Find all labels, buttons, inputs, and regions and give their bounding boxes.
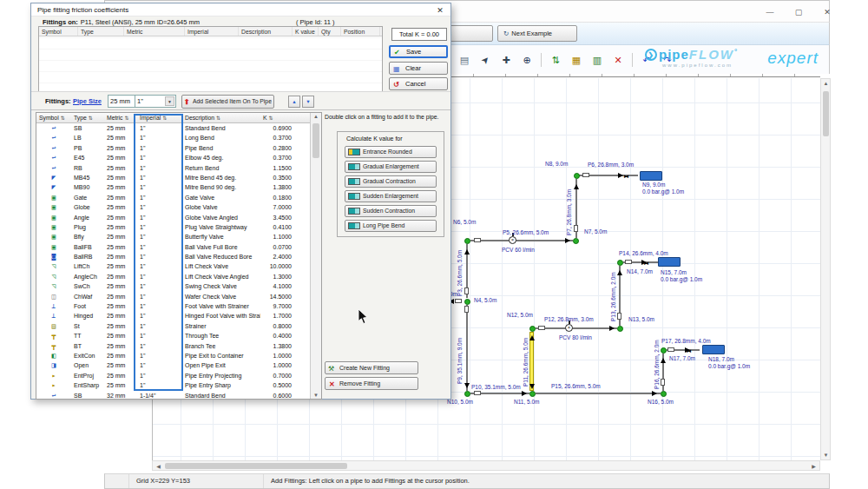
components-icon[interactable]: ▦	[569, 52, 584, 68]
tank-N18[interactable]	[702, 345, 725, 354]
node-N8[interactable]	[574, 173, 580, 179]
fitting-row[interactable]: ↩SB32 mm1-1/4"Standard Bend0.6000	[36, 391, 321, 400]
fitting-row[interactable]: ┳TT25 mm1"Through Tee0.4000	[36, 331, 321, 340]
node-N10[interactable]	[464, 391, 470, 397]
arrange-nodes-icon[interactable]: ⇅	[548, 52, 563, 68]
vertical-scrollbar[interactable]: ▲ ▼	[820, 78, 831, 460]
pointer-icon[interactable]: ➤	[474, 49, 496, 70]
fitting-row[interactable]: ⊥Foot25 mm1"Foot Valve with Strainer9.70…	[36, 301, 321, 311]
sort-icon[interactable]: ⇅	[162, 116, 167, 121]
gradual-contraction-button[interactable]: Gradual Contraction	[345, 175, 437, 188]
fitting-row[interactable]: ▣Gate25 mm1"Gate Valve0.1800	[36, 193, 321, 202]
next-example-button[interactable]: ↻Next Example	[497, 25, 577, 42]
fitting-row[interactable]: ◹AngleCh25 mm1"Lift Check Valve Angled1.…	[36, 272, 321, 281]
pan-icon[interactable]: ✚	[498, 52, 514, 68]
fit-col-k[interactable]: K⇅	[260, 113, 304, 122]
node-N11[interactable]	[529, 391, 536, 397]
pcv-valve-icon[interactable]: ×	[565, 324, 573, 332]
fitting-row[interactable]: ↩LB25 mm1"Long Bend0.3700	[36, 133, 321, 142]
fitting-row[interactable]: ▣Plug25 mm1"Plug Valve Straightway0.4100	[36, 222, 321, 232]
pipe-P9[interactable]	[466, 305, 468, 391]
fittings-table-scrollbar[interactable]: ▲ ▼	[310, 113, 321, 399]
sudden-enlargement-button[interactable]: Sudden Enlargement	[345, 190, 437, 202]
node-N17[interactable]	[661, 347, 667, 354]
fit-col-metric[interactable]: Metric⇅	[104, 113, 137, 122]
sel-col-type[interactable]: Type	[78, 27, 124, 36]
scroll-down-arrow[interactable]: ▼	[821, 453, 831, 458]
fitting-row[interactable]: ▸EntProj25 mm1"Pipe Entry Projecting0.70…	[36, 371, 321, 380]
fitting-row[interactable]: ▸EntSharp25 mm1"Pipe Entry Sharp0.5000	[36, 380, 321, 390]
fitting-row[interactable]: ▣Bfly25 mm1"Butterfly Valve1.1000	[36, 232, 321, 241]
sort-icon[interactable]: ⇅	[125, 116, 129, 121]
node-N14[interactable]	[617, 260, 623, 266]
fitting-row[interactable]: ▣BallFB25 mm1"Ball Valve Full Bore0.0700	[36, 242, 321, 252]
entrance-rounded-button[interactable]: Entrance Rounded	[345, 146, 437, 158]
vscroll-thumb[interactable]	[823, 91, 829, 136]
fitting-row[interactable]: ↩E4525 mm1"Elbow 45 deg.0.3700	[36, 153, 321, 162]
dialog-close-button[interactable]: ✕	[434, 5, 446, 16]
sort-icon[interactable]: ⇅	[61, 116, 65, 121]
fitting-row[interactable]: ┳BT25 mm1"Branch Tee1.3800	[36, 341, 321, 351]
sel-col-imperial[interactable]: Imperial	[185, 27, 239, 36]
node-N4[interactable]	[464, 299, 470, 305]
long-pipe-bend-button[interactable]: Long Pipe Bend	[345, 220, 437, 232]
fit-scroll-thumb[interactable]	[312, 123, 319, 158]
fit-scroll-up[interactable]: ▲	[311, 114, 321, 119]
fitting-row[interactable]: ◙BallRB25 mm1"Ball Valve Reduced Bore2.4…	[36, 252, 321, 261]
delete-icon[interactable]: ✕	[610, 52, 626, 68]
sort-icon[interactable]: ⇅	[89, 116, 93, 121]
fitting-row[interactable]: ↩RB25 mm1"Return Bend1.1500	[36, 163, 321, 173]
fitting-row[interactable]: ↩SB25 mm1"Standard Bend0.6900	[36, 123, 321, 133]
fit-col-imperial[interactable]: Imperial⇅	[137, 113, 182, 122]
imperial-size-select[interactable]: 1"▼	[135, 95, 176, 108]
fitting-row[interactable]: ◧ExitCon25 mm1"Pipe Exit to Container1.0…	[36, 351, 321, 360]
node-N6[interactable]	[464, 238, 470, 244]
move-up-button[interactable]: ▲	[288, 96, 300, 108]
fitting-row[interactable]: ▤St25 mm1"Strainer0.8000	[36, 321, 321, 331]
gradual-enlargement-button[interactable]: Gradual Enlargement	[345, 161, 437, 173]
fitting-row[interactable]: ◨Open25 mm1"Open Pipe Exit1.0000	[36, 360, 321, 370]
clear-button[interactable]: ▦Clear	[389, 62, 448, 75]
sel-col-qty[interactable]: Qty	[319, 27, 341, 36]
horizontal-scrollbar[interactable]: ◀ ▶	[152, 460, 820, 471]
create-new-fitting-button[interactable]: ⚒Create New Fitting	[325, 361, 418, 374]
tank-N9[interactable]	[640, 171, 662, 181]
fitting-row[interactable]: ▣Globe25 mm1"Globe Valve7.0000	[36, 202, 321, 212]
maximize-button[interactable]: ▢	[786, 4, 811, 20]
sudden-contraction-button[interactable]: Sudden Contraction	[345, 205, 437, 217]
zoom-icon[interactable]: ⊕	[519, 52, 535, 68]
fittings-icon[interactable]: ▥	[589, 52, 605, 68]
fitting-row[interactable]: ⊥Hinged25 mm1"Hinged Foot Valve with Str…	[36, 311, 321, 320]
node-N7[interactable]	[573, 238, 579, 244]
fitting-row[interactable]: ▣Angle25 mm1"Globe Valve Angled3.4500	[36, 213, 321, 222]
node-N13[interactable]	[617, 326, 623, 332]
scroll-left-arrow[interactable]: ◀	[154, 463, 163, 469]
pipe-P15[interactable]	[536, 393, 661, 394]
fitting-row[interactable]: ↩PB25 mm1"Pipe Bend0.2800	[36, 143, 321, 153]
pcv-valve-icon[interactable]: ×	[509, 236, 516, 244]
scroll-up-arrow[interactable]: ▲	[821, 81, 831, 86]
fitting-row[interactable]: ◹SwCh25 mm1"Swing Check Valve4.1000	[36, 281, 321, 291]
pipe-P12[interactable]	[536, 327, 617, 329]
move-down-button[interactable]: ▼	[302, 96, 314, 108]
sel-col-symbol[interactable]: Symbol	[39, 27, 78, 36]
cancel-button[interactable]: ↺Cancel	[389, 77, 448, 90]
hscroll-thumb[interactable]	[165, 463, 347, 469]
scroll-right-arrow[interactable]: ▶	[809, 463, 819, 469]
add-selected-item-button[interactable]: ⬆Add Selected Item On To Pipe	[181, 95, 274, 109]
fitting-row[interactable]: ◹LiftCh25 mm1"Lift Check Valve10.0000	[36, 261, 321, 271]
fitting-row[interactable]: ◤MB4525 mm1"Mitre Bend 45 deg.0.3500	[36, 173, 321, 182]
fit-col-description[interactable]: Description⇅	[182, 113, 260, 122]
sort-icon[interactable]: ⇅	[216, 116, 220, 121]
sel-col-metric[interactable]: Metric	[124, 27, 185, 36]
remove-fitting-button[interactable]: ✕Remove Fitting	[325, 377, 418, 390]
save-button[interactable]: ✔Save	[389, 45, 448, 58]
print-icon[interactable]: ▤	[457, 52, 472, 68]
node-N16[interactable]	[661, 391, 667, 397]
fitting-row[interactable]: ◤MB9025 mm1"Mitre Bend 90 deg.1.3800	[36, 182, 321, 192]
sel-col-position[interactable]: Position	[341, 27, 380, 36]
sel-col-description[interactable]: Description	[239, 27, 293, 36]
close-button[interactable]: ✕	[815, 4, 839, 20]
fit-col-symbol[interactable]: Symbol⇅	[36, 113, 71, 122]
tank-N15[interactable]	[658, 257, 681, 267]
